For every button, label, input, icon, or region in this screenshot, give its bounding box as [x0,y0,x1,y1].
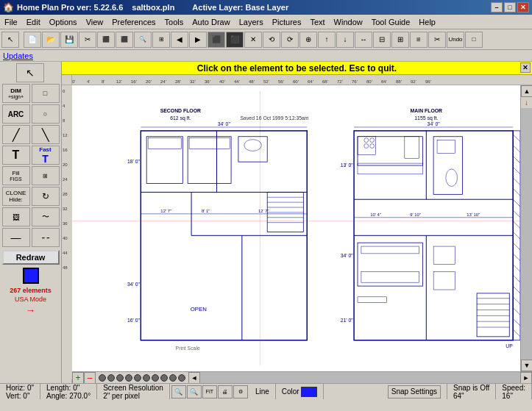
h-scroll-track [200,372,520,383]
tool-text-fast[interactable]: Fast T [32,146,60,165]
svg-text:612 sq ft.: 612 sq ft. [170,115,191,121]
svg-text:44': 44' [234,79,240,84]
toolbar-btn3[interactable]: ▶ [189,32,207,48]
right-scrollbar[interactable]: ▲ ↓ ▼ [520,85,532,371]
minimize-button[interactable]: – [491,2,503,12]
menu-text[interactable]: Text [305,16,329,28]
toolbar-btn1[interactable]: ⊞ [152,32,170,48]
toolbar-arrow[interactable]: ↖ [1,32,19,48]
tool-arc[interactable]: ARC [2,104,30,124]
color-display[interactable] [301,387,317,397]
toolbar-print[interactable]: ✂ [79,32,96,48]
toolbar-btn10[interactable]: ↑ [318,32,336,48]
toolbar-paste[interactable]: ⬛ [116,32,133,48]
menu-tools[interactable]: Tools [160,16,188,28]
tool-fill[interactable]: Fill FIGS [2,166,30,185]
redraw-button[interactable]: Redraw [2,250,60,265]
tool-grid[interactable]: ⊞ [32,166,60,185]
color-swatch[interactable] [23,268,39,284]
angle-value: Angle: 270.0° [46,392,91,400]
menu-window[interactable]: Window [330,16,367,28]
tool-line1[interactable]: ╱ [2,125,30,144]
updates-label[interactable]: Updates [3,51,33,60]
tool-wave[interactable]: 〜 [32,207,60,226]
menu-help[interactable]: Help [414,16,440,28]
svg-text:36: 36 [63,221,68,226]
toolbar-btn2[interactable]: ◀ [171,32,188,48]
screen-resolution-label: Screen Resolution [103,384,163,392]
tool-select[interactable]: ↖ [16,63,44,82]
tool-dash-line[interactable]: - - [32,228,60,247]
length-angle-display: Length: 0" Angle: 270.0° [40,384,97,399]
zoom-fit-button[interactable]: FIT [202,385,217,399]
toolbar-btn13[interactable]: ⊟ [373,32,391,48]
menu-file[interactable]: File [0,16,22,28]
menu-options[interactable]: Options [45,16,82,28]
toolbar-copy[interactable]: ⬛ [97,32,115,48]
menu-pictures[interactable]: Pictures [268,16,306,28]
notification-close-button[interactable]: ✕ [520,62,531,73]
tool-dim[interactable]: DIM +sign+ [2,84,30,103]
svg-text:56': 56' [278,79,284,84]
tool-solid-line[interactable]: — [2,228,30,247]
drawing-canvas[interactable]: SECOND FLOOR 612 sq ft. Saved 16 Oct 199… [72,85,520,371]
svg-text:0': 0' [72,79,75,84]
maximize-button[interactable]: □ [504,2,516,12]
v-ruler: 0 4 8 12 16 20 24 28 32 36 40 44 48 [62,75,72,383]
menu-toolguide[interactable]: Tool Guide [367,16,415,28]
svg-text:48: 48 [63,265,68,270]
toolbar-btn4[interactable]: ⬛ [208,32,225,48]
menu-view[interactable]: View [82,16,108,28]
svg-text:13' 0": 13' 0" [341,162,354,168]
toolbar-btn5[interactable]: ⬛ [226,32,244,48]
tool-clone[interactable]: CLONE Hide: [2,187,30,206]
toolbar-btn9[interactable]: ⊕ [299,32,317,48]
menu-layers[interactable]: Layers [235,16,268,28]
svg-text:28': 28' [175,79,181,84]
tool-rotate[interactable]: ↻ [32,187,60,206]
zoom-custom-button[interactable]: ⚙ [233,385,248,399]
svg-text:20: 20 [63,162,68,167]
toolbar-redo[interactable]: □ [465,32,483,48]
menu-preferences[interactable]: Preferences [107,16,160,28]
toolbar-new[interactable]: 📄 [24,32,41,48]
zoom-print-button[interactable]: 🖨 [218,385,233,399]
tool-photo[interactable]: 🖼 [2,207,30,226]
snap-settings-button[interactable]: Snap Settings [388,385,441,399]
toolbar-zoom-in[interactable]: 🔍 [134,32,152,48]
scroll-minus-button[interactable]: – [84,372,96,384]
svg-rect-0 [62,85,72,379]
tool-text[interactable]: T [2,146,30,165]
toolbar-btn14[interactable]: ⊞ [391,32,409,48]
tool-circle[interactable]: ○ [32,104,60,124]
toolbar-btn6[interactable]: ✕ [244,32,262,48]
menu-autodraw[interactable]: Auto Draw [188,16,234,28]
svg-text:24': 24' [160,79,166,84]
svg-text:Saved 16 Oct 1999  5:12:35am: Saved 16 Oct 1999 5:12:35am [241,115,309,121]
zoom-in-button[interactable]: 🔍 [171,385,186,399]
scroll-left-button[interactable]: ◄ [188,372,200,384]
toolbar-btn12[interactable]: ↔ [355,32,372,48]
svg-text:52': 52' [263,79,269,84]
svg-text:4': 4' [87,79,90,84]
toolbar-btn7[interactable]: ⟲ [263,32,280,48]
tool-rect[interactable]: □ [32,84,60,103]
scroll-up-button[interactable]: ▲ [521,85,532,97]
toolbar-btn16[interactable]: ✂ [428,32,446,48]
svg-text:12' 7": 12' 7" [160,209,171,213]
menu-edit[interactable]: Edit [22,16,45,28]
toolbar-undo[interactable]: Undo [447,32,464,48]
toolbar-open[interactable]: 📂 [42,32,60,48]
close-button[interactable]: ✕ [517,2,529,12]
page-dot [178,374,185,382]
toolbar-btn15[interactable]: ≡ [410,32,428,48]
toolbar-save[interactable]: 💾 [60,32,78,48]
tool-line2[interactable]: ╲ [32,125,60,144]
resolution-display: Screen Resolution 2" per pixel [97,384,170,399]
scroll-right-button[interactable]: ► [520,372,532,384]
zoom-out-button[interactable]: 🔍 [187,385,202,399]
toolbar-btn8[interactable]: ⟳ [281,32,299,48]
scroll-plus-button[interactable]: + [72,372,84,384]
toolbar-btn11[interactable]: ↓ [336,32,354,48]
scroll-down-button[interactable]: ▼ [521,360,532,371]
